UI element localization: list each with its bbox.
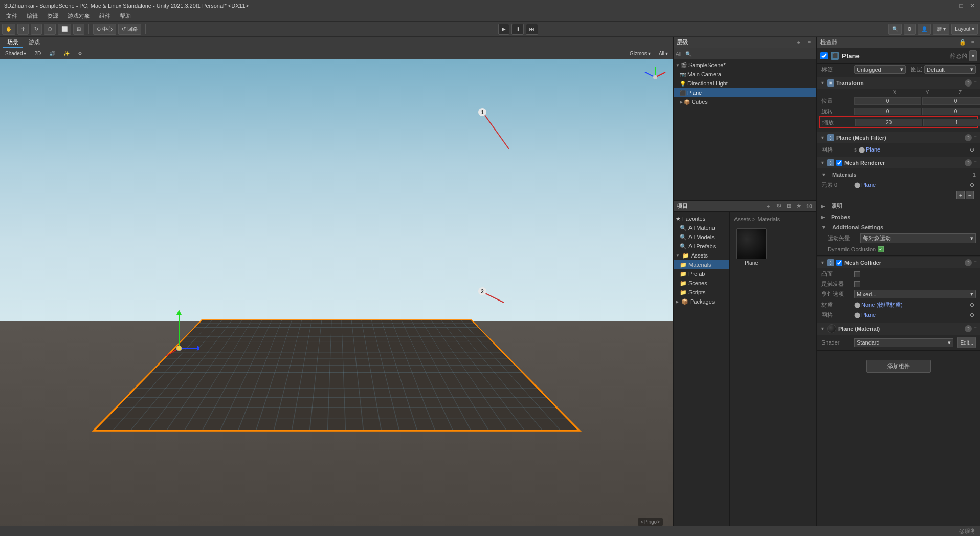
- mesh-collider-enabled[interactable]: [836, 260, 842, 266]
- mesh-renderer-header[interactable]: ▼ ⬡ Mesh Renderer ? ≡: [817, 157, 980, 168]
- menu-component[interactable]: 组件: [95, 11, 115, 21]
- scale-tool-button[interactable]: ⬡: [44, 24, 56, 35]
- project-view-button[interactable]: ⊞: [785, 202, 793, 210]
- add-component-button[interactable]: 添加组件: [866, 360, 931, 373]
- project-materials[interactable]: 📁 Materials: [674, 260, 729, 269]
- project-scenes[interactable]: 📁 Scenes: [674, 278, 729, 288]
- layout-button[interactable]: Layout ▾: [951, 24, 978, 35]
- shader-edit-button[interactable]: Edit...: [957, 337, 976, 348]
- audio-toggle[interactable]: 🔊: [46, 50, 58, 57]
- collider-mesh-select-button[interactable]: ⊙: [968, 311, 976, 319]
- transform-tool-button[interactable]: ⊞: [73, 24, 84, 35]
- trigger-checkbox[interactable]: [854, 281, 860, 287]
- global-button[interactable]: ↺ 回路: [118, 24, 141, 35]
- scale-x[interactable]: [855, 119, 922, 126]
- material-header[interactable]: ▼ Plane (Material) ? ≡: [817, 323, 980, 335]
- mesh-renderer-help-button[interactable]: ?: [965, 159, 972, 166]
- hierarchy-main-camera[interactable]: 📷 Main Camera: [674, 70, 816, 79]
- settings-button[interactable]: ⚙: [904, 24, 916, 35]
- hierarchy-add-button[interactable]: +: [795, 38, 803, 47]
- project-packages[interactable]: ▶ 📦 Packages: [674, 297, 729, 306]
- account-button[interactable]: 👤: [918, 24, 931, 35]
- project-prefab[interactable]: 📁 Prefab: [674, 269, 729, 278]
- hierarchy-directional-light[interactable]: 💡 Directional Light: [674, 79, 816, 88]
- mesh-renderer-enabled[interactable]: [836, 160, 842, 166]
- shader-dropdown[interactable]: Standard ▾: [854, 338, 953, 347]
- menu-file[interactable]: 文件: [2, 11, 21, 21]
- mesh-filter-header[interactable]: ▼ ⬡ Plane (Mesh Filter) ? ≡: [817, 132, 980, 143]
- shading-mode-dropdown[interactable]: Shaded ▾: [2, 50, 29, 57]
- fx-toggle[interactable]: ✨: [60, 50, 73, 57]
- collider-material-select-button[interactable]: ⊙: [968, 301, 976, 309]
- remove-material-button[interactable]: −: [966, 191, 974, 199]
- hierarchy-scene-root[interactable]: ▼ 🎬 SampleScene*: [674, 60, 816, 70]
- mesh-filter-help-button[interactable]: ?: [965, 134, 972, 141]
- project-add-button[interactable]: +: [764, 202, 772, 210]
- project-assets[interactable]: ▼ 📁 Assets: [674, 251, 729, 260]
- layer-dropdown[interactable]: Default ▾: [924, 65, 976, 74]
- material-context-button[interactable]: ≡: [974, 325, 977, 332]
- object-active-checkbox[interactable]: [820, 52, 828, 59]
- project-all-materials[interactable]: 🔍 All Materia: [674, 223, 729, 232]
- position-x[interactable]: [854, 97, 921, 105]
- menu-gameobject[interactable]: 游戏对象: [63, 11, 94, 21]
- cooking-options-dropdown[interactable]: Mixed... ▾: [854, 290, 976, 298]
- minimize-button[interactable]: ─: [946, 2, 953, 9]
- hierarchy-cubes[interactable]: ▶ 📦 Cubes: [674, 97, 816, 106]
- step-button[interactable]: ⏭: [526, 24, 538, 35]
- scene-view[interactable]: Shaded ▾ 2D 🔊 ✨ ⚙ Gizmos ▾ All ▾: [0, 48, 673, 536]
- rotation-x[interactable]: [854, 108, 921, 115]
- pause-button[interactable]: ⏸: [511, 24, 524, 35]
- all-tab-label[interactable]: All: [676, 51, 681, 57]
- mesh-collider-header[interactable]: ▼ ⬡ Mesh Collider ? ≡: [817, 257, 980, 268]
- maximize-button[interactable]: □: [957, 2, 965, 9]
- material-help-button[interactable]: ?: [965, 325, 972, 332]
- mesh-collider-help-button[interactable]: ?: [965, 259, 972, 266]
- mesh-collider-context-button[interactable]: ≡: [974, 259, 977, 266]
- hierarchy-options-button[interactable]: ≡: [805, 38, 813, 47]
- project-favorites[interactable]: ★ Favorites: [674, 214, 729, 223]
- mesh-filter-select-button[interactable]: ⊙: [968, 145, 976, 154]
- element-select-button[interactable]: ⊙: [968, 181, 976, 189]
- inspector-options-button[interactable]: ≡: [969, 38, 977, 47]
- scene-canvas[interactable]: 1 2 <Pingo>: [0, 59, 673, 536]
- position-y[interactable]: [922, 97, 980, 105]
- inspector-lock-button[interactable]: 🔒: [959, 38, 967, 47]
- add-material-button[interactable]: +: [956, 191, 965, 199]
- rotation-y[interactable]: [922, 108, 980, 115]
- static-dropdown-button[interactable]: ▾: [969, 50, 977, 61]
- project-star-button[interactable]: ★: [795, 202, 803, 210]
- motion-vectors-dropdown[interactable]: 每对象运动 ▾: [860, 233, 976, 243]
- play-button[interactable]: ▶: [498, 24, 509, 35]
- scale-y[interactable]: [923, 119, 980, 126]
- menu-edit[interactable]: 编辑: [23, 11, 42, 21]
- search-button[interactable]: 🔍: [888, 24, 902, 35]
- dynamic-occlusion-checkbox[interactable]: ✓: [878, 246, 884, 252]
- layers-button[interactable]: 層 ▾: [933, 24, 949, 35]
- mesh-filter-context-button[interactable]: ≡: [974, 134, 977, 141]
- project-sync-button[interactable]: ↻: [774, 202, 783, 210]
- tab-game[interactable]: 游戏: [25, 37, 44, 48]
- rotate-tool-button[interactable]: ↻: [31, 24, 42, 35]
- close-button[interactable]: ✕: [969, 2, 976, 9]
- mesh-renderer-context-button[interactable]: ≡: [974, 159, 977, 166]
- 2d-toggle[interactable]: 2D: [31, 50, 44, 57]
- scene-view-options[interactable]: ⚙: [75, 50, 85, 57]
- tab-scene[interactable]: 场景: [3, 37, 23, 48]
- menu-help[interactable]: 帮助: [116, 11, 135, 21]
- project-all-prefabs[interactable]: 🔍 All Prefabs: [674, 242, 729, 251]
- project-all-models[interactable]: 🔍 All Models: [674, 232, 729, 242]
- asset-plane-material[interactable]: Plane: [734, 226, 769, 268]
- transform-context-button[interactable]: ≡: [974, 79, 977, 87]
- tag-dropdown[interactable]: Untagged ▾: [854, 65, 906, 74]
- menu-assets[interactable]: 资源: [43, 11, 62, 21]
- move-tool-button[interactable]: ✛: [17, 24, 29, 35]
- hierarchy-plane[interactable]: ⬛ Plane: [674, 88, 816, 97]
- hand-tool-button[interactable]: ✋: [2, 24, 15, 35]
- all-dropdown[interactable]: All ▾: [656, 50, 671, 57]
- transform-help-button[interactable]: ?: [965, 79, 972, 87]
- hierarchy-search-icon[interactable]: 🔍: [685, 51, 692, 57]
- rect-tool-button[interactable]: ⬜: [58, 24, 71, 35]
- project-scripts[interactable]: 📁 Scripts: [674, 288, 729, 297]
- transform-header[interactable]: ▼ ⊞ Transform ? ≡: [817, 77, 980, 89]
